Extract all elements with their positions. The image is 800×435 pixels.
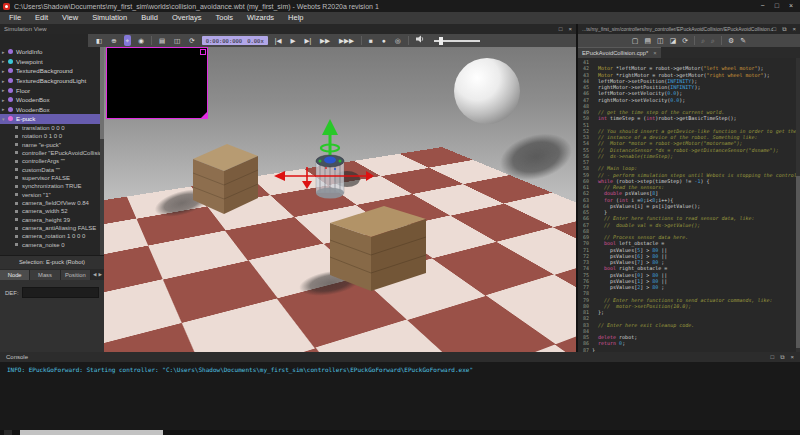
tree-field[interactable]: name "e-puck"	[0, 140, 100, 148]
tree-field[interactable]: version "1"	[0, 191, 100, 199]
scene-tree[interactable]: ▸WorldInfo▸Viewpoint▸TexturedBackground▸…	[0, 47, 100, 255]
menu-simulation[interactable]: Simulation	[85, 12, 134, 24]
menu-help[interactable]: Help	[281, 12, 310, 24]
tree-field[interactable]: supervisor FALSE	[0, 174, 100, 182]
restore-panel-icon[interactable]: ⧉	[780, 354, 784, 361]
tree-field[interactable]: camera_rotation 1 0 0 0	[0, 232, 100, 240]
scrollbar-thumb[interactable]	[796, 176, 800, 348]
code-editor[interactable]: 41 42 Motor *leftMotor = robot->getMotor…	[578, 58, 796, 353]
def-input[interactable]	[22, 287, 99, 298]
node-label: WorldInfo	[16, 48, 42, 55]
tree-field[interactable]: camera_noise 0	[0, 241, 100, 249]
tree-node-woodenbox[interactable]: ▸WoodenBox	[0, 95, 100, 105]
menu-build[interactable]: Build	[134, 12, 165, 24]
step-icon[interactable]: ▶|	[302, 35, 313, 46]
selection-mode-icon[interactable]: ⌖	[124, 35, 132, 46]
super-fast-run-icon[interactable]: ▶▶▶	[337, 35, 356, 46]
wooden-box-object[interactable]	[330, 206, 426, 291]
float-panel-icon[interactable]: □	[773, 26, 777, 33]
tab-position[interactable]: Position	[61, 270, 91, 280]
tree-field[interactable]: controllerArgs ""	[0, 157, 100, 165]
tab-scroll-right-icon[interactable]: ▶	[98, 270, 101, 280]
toggle-scene-tree-icon[interactable]: ◧	[94, 35, 104, 46]
menu-wizards[interactable]: Wizards	[240, 12, 281, 24]
field-text: camera_height 39	[22, 217, 70, 223]
menu-file[interactable]: File	[2, 12, 28, 24]
movie-record-icon[interactable]: ●	[380, 35, 388, 46]
close-icon[interactable]: ×	[789, 0, 793, 12]
preferences-icon[interactable]: ⚙	[728, 35, 734, 46]
tree-field[interactable]: camera_antiAliasing FALSE	[0, 224, 100, 232]
sound-mute-icon[interactable]	[414, 35, 427, 46]
tree-field[interactable]: camera_height 39	[0, 216, 100, 224]
y-axis-handle[interactable]	[321, 119, 339, 155]
reload-world-icon[interactable]: ⟳	[187, 35, 196, 46]
scroll-left-arrow[interactable]	[4, 430, 12, 435]
console-hscrollbar[interactable]	[0, 430, 800, 435]
menu-edit[interactable]: Edit	[28, 12, 55, 24]
real-time-run-icon[interactable]: ▶	[288, 35, 297, 46]
overlay-close-icon[interactable]	[200, 49, 206, 55]
save-as-icon[interactable]: ◪	[670, 35, 677, 46]
volume-slider[interactable]	[434, 40, 480, 42]
robot-camera-overlay[interactable]	[106, 47, 208, 119]
tree-node-texturedbackgroundlight[interactable]: ▸TexturedBackgroundLight	[0, 76, 100, 86]
maximize-icon[interactable]: □	[775, 0, 779, 12]
slider-thumb[interactable]	[439, 37, 443, 45]
tree-node-texturedbackground[interactable]: ▸TexturedBackground	[0, 66, 100, 76]
find-icon[interactable]: ⌕	[701, 35, 705, 46]
wooden-box-object[interactable]	[193, 144, 258, 214]
tree-node-woodenbox[interactable]: ▸WoodenBox	[0, 105, 100, 115]
screenshot-icon[interactable]: ◎	[393, 35, 403, 46]
find-replace-icon[interactable]: ⌕	[711, 35, 715, 46]
close-panel-icon[interactable]: ×	[568, 26, 572, 32]
tree-node-floor[interactable]: ▸Floor	[0, 85, 100, 95]
menu-tools[interactable]: Tools	[208, 12, 240, 24]
tab-mass[interactable]: Mass	[30, 270, 60, 280]
tree-field[interactable]: controller "EPuckAvoidCollision"	[0, 149, 100, 157]
tree-node-worldinfo[interactable]: ▸WorldInfo	[0, 47, 100, 57]
close-panel-icon[interactable]: ×	[792, 26, 796, 33]
editor-scrollbar[interactable]	[796, 58, 800, 352]
menu-view[interactable]: View	[55, 12, 85, 24]
tree-field[interactable]: rotation 0 1 0 0	[0, 132, 100, 140]
tree-node-e-puck[interactable]: ▾E-puck	[0, 114, 100, 124]
fast-forward-icon[interactable]: ▶▶	[318, 35, 332, 46]
minimize-icon[interactable]: −	[761, 0, 765, 12]
tree-node-viewpoint[interactable]: ▸Viewpoint	[0, 57, 100, 67]
revert-file-icon[interactable]: ⟳	[682, 35, 688, 46]
pause-icon[interactable]: ■	[367, 35, 375, 46]
overlay-resize-handle[interactable]	[201, 112, 207, 118]
save-file-icon[interactable]: ◫	[657, 35, 664, 46]
open-world-icon[interactable]: ▤	[157, 35, 167, 46]
tab-scroll-left-icon[interactable]: ◀	[93, 270, 96, 280]
rewind-icon[interactable]: |◀	[273, 35, 284, 46]
editor-header: ...ts/my_first_sim/controllers/my_contro…	[578, 24, 800, 34]
node-icon	[8, 68, 13, 73]
toolbar-separator	[721, 36, 722, 45]
tree-field[interactable]: synchronization TRUE	[0, 182, 100, 190]
restore-panel-icon[interactable]: ⧉	[782, 26, 786, 33]
float-panel-icon[interactable]: □	[559, 26, 563, 32]
new-file-icon[interactable]: ▢	[632, 35, 639, 46]
editor-tab[interactable]: EPuckAvoidCollision.cpp* ×	[578, 47, 661, 58]
3d-viewport[interactable]	[104, 47, 576, 352]
tree-field[interactable]: translation 0 0 0	[0, 124, 100, 132]
float-panel-icon[interactable]: □	[771, 354, 775, 361]
save-world-icon[interactable]: ◫	[172, 35, 182, 46]
field-editor-tabs: NodeMassPosition◀▶	[0, 269, 104, 280]
open-file-icon[interactable]: ▤	[644, 35, 651, 46]
add-node-icon[interactable]: ⊕	[109, 35, 118, 46]
tree-field[interactable]: customData ""	[0, 165, 100, 173]
tab-close-icon[interactable]: ×	[653, 50, 656, 56]
tree-field[interactable]: camera_width 52	[0, 207, 100, 215]
menu-overlays[interactable]: Overlays	[165, 12, 209, 24]
view-menu-icon[interactable]: ◉	[136, 35, 146, 46]
edit-controller-icon[interactable]: ✎	[740, 35, 746, 46]
close-panel-icon[interactable]: ×	[790, 354, 794, 361]
scrollbar-thumb[interactable]	[20, 430, 163, 435]
field-bullet-icon	[15, 143, 18, 146]
tab-node[interactable]: Node	[0, 270, 30, 280]
sphere-object[interactable]	[454, 58, 520, 124]
tree-field[interactable]: camera_fieldOfView 0.84	[0, 199, 100, 207]
